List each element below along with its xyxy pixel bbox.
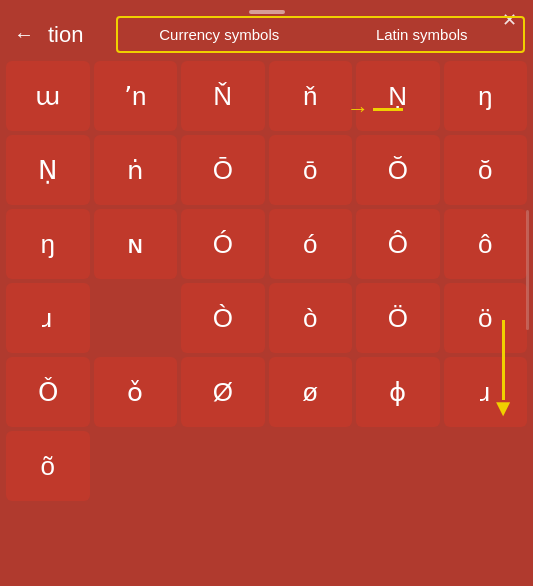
arrow-line (502, 320, 505, 400)
sym-cell-35 (444, 431, 528, 501)
arrow-right-icon: → (347, 96, 369, 122)
sym-cell-10[interactable]: Ŏ (356, 135, 440, 205)
tab-underline-indicator (373, 108, 403, 111)
sym-cell-21[interactable]: ò (269, 283, 353, 353)
sym-cell-13[interactable]: ɴ (94, 209, 178, 279)
sym-cell-14[interactable]: Ó (181, 209, 265, 279)
sym-cell-22[interactable]: Ö (356, 283, 440, 353)
sym-cell-32 (181, 431, 265, 501)
sym-cell-20[interactable]: Ò (181, 283, 265, 353)
sym-cell-7[interactable]: ṅ (94, 135, 178, 205)
tab-currency[interactable]: Currency symbols (118, 18, 321, 51)
sym-cell-9[interactable]: ō (269, 135, 353, 205)
nav-row: ← tion Currency symbols Latin symbols (0, 10, 533, 57)
sym-cell-24[interactable]: Ǒ (6, 357, 90, 427)
sym-cell-26[interactable]: Ø (181, 357, 265, 427)
sym-cell-34 (356, 431, 440, 501)
sym-cell-0[interactable]: ɯ (6, 61, 90, 131)
partial-text: tion (48, 22, 108, 48)
sym-cell-12[interactable]: ŋ (6, 209, 90, 279)
tab-latin[interactable]: Latin symbols (321, 18, 524, 51)
sym-cell-6[interactable]: Ṇ (6, 135, 90, 205)
sym-cell-27[interactable]: ø (269, 357, 353, 427)
sym-cell-25[interactable]: ǒ (94, 357, 178, 427)
tab-arrow-annotation: → (347, 96, 403, 122)
sym-cell-5[interactable]: ŋ (444, 61, 528, 131)
sym-cell-19 (94, 283, 178, 353)
sym-cell-30[interactable]: õ (6, 431, 90, 501)
sym-cell-3[interactable]: ň (269, 61, 353, 131)
arrow-down-icon: ▼ (491, 396, 515, 420)
sym-cell-33 (269, 431, 353, 501)
sym-cell-28[interactable]: ɸ (356, 357, 440, 427)
sym-cell-11[interactable]: ŏ (444, 135, 528, 205)
drag-handle[interactable] (249, 10, 285, 14)
sym-cell-15[interactable]: ó (269, 209, 353, 279)
down-arrow-annotation: ▼ (491, 320, 515, 420)
sym-cell-18[interactable]: ɹ (6, 283, 90, 353)
top-bar: ✕ (0, 0, 533, 10)
sym-cell-8[interactable]: Ō (181, 135, 265, 205)
symbol-grid: ɯ ʼn Ň ň Ņ ŋ Ṇ ṅ Ō ō Ŏ ŏ ŋ ɴ Ó ó Ô ô ɹ Ò… (0, 57, 533, 505)
back-button[interactable]: ← (8, 19, 40, 50)
sym-cell-1[interactable]: ʼn (94, 61, 178, 131)
scroll-indicator (526, 210, 529, 330)
sym-cell-17[interactable]: ô (444, 209, 528, 279)
sym-cell-31 (94, 431, 178, 501)
sym-cell-16[interactable]: Ô (356, 209, 440, 279)
sym-cell-2[interactable]: Ň (181, 61, 265, 131)
tab-strip: Currency symbols Latin symbols (116, 16, 525, 53)
